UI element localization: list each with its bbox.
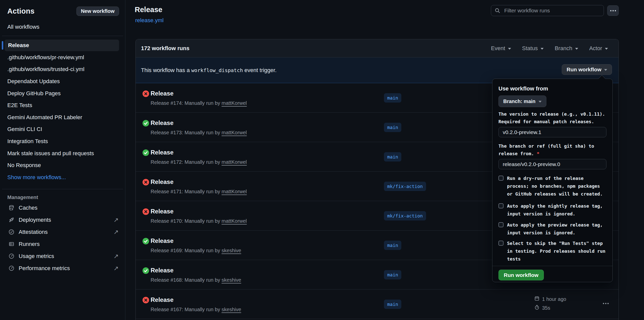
actor-link[interactable]: mattKorwel (221, 189, 247, 194)
failure-icon (143, 208, 149, 215)
kebab-icon (612, 10, 614, 11)
new-workflow-button[interactable]: New workflow (76, 7, 119, 16)
runs-list-header: 172 workflow runs EventStatusBranchActor (136, 39, 619, 57)
checkbox-input[interactable] (498, 241, 503, 246)
sidebar-header: Actions New workflow (0, 0, 125, 16)
run-title-link[interactable]: Release (151, 237, 174, 244)
run-title-link[interactable]: Release (151, 296, 174, 303)
sidebar-item-runners[interactable]: Runners (0, 238, 125, 250)
checkbox-row-0: Run a dry-run of the release process; no… (498, 174, 606, 198)
filter-wrap (491, 5, 604, 16)
sidebar-item-integration-tests[interactable]: Integration Tests (0, 135, 125, 147)
sidebar-item-e2e-tests[interactable]: E2E Tests (0, 99, 125, 111)
filter-label: Event (491, 45, 505, 52)
filter-dropdown-actor[interactable]: Actor (589, 45, 608, 52)
sidebar-item-gemini-cli-ci[interactable]: Gemini CLI CI (0, 123, 125, 136)
run-title-link[interactable]: Release (151, 149, 174, 156)
external-link-icon: ↗ (114, 265, 119, 271)
sidebar-item-label: Usage metrics (19, 253, 54, 260)
branch-badge[interactable]: main (384, 123, 401, 132)
sidebar-item-caches[interactable]: Caches (0, 202, 125, 214)
actor-link[interactable]: mattKorwel (221, 130, 247, 135)
panel-inner: Use workflow from Branch: main The versi… (492, 79, 612, 282)
sidebar-item-label: Deployments (19, 217, 51, 223)
kebab-icon (605, 303, 606, 304)
external-link-icon: ↗ (114, 253, 119, 259)
sidebar-item-deploy-github-pages[interactable]: Deploy GitHub Pages (0, 87, 125, 100)
branch-selector-button[interactable]: Branch: main (498, 95, 546, 107)
chevron-down-icon (604, 69, 607, 71)
success-icon (143, 120, 149, 126)
run-description: Release #170: Manually run by mattKorwel (151, 218, 247, 224)
filter-label: Status (522, 45, 538, 52)
run-time-label: 1 hour ago (542, 296, 566, 302)
filter-dropdown-status[interactable]: Status (522, 45, 544, 52)
run-title-link[interactable]: Release (151, 119, 174, 126)
run-title-link[interactable]: Release (151, 208, 174, 215)
run-title-link[interactable]: Release (151, 178, 174, 185)
sidebar-item-performance-metrics[interactable]: Performance metrics↗ (0, 262, 125, 274)
filter-dropdown-event[interactable]: Event (491, 45, 511, 52)
run-title-link[interactable]: Release (151, 267, 174, 274)
run-start-time: 1 hour ago (534, 296, 566, 302)
runs-count: 172 workflow runs (141, 45, 189, 52)
run-meta: 1 hour ago35s (534, 296, 566, 311)
workflow-options-kebab-button[interactable] (607, 5, 619, 16)
sidebar-item-attestations[interactable]: Attestations↗ (0, 226, 125, 238)
calendar-icon (534, 296, 540, 302)
sidebar-title: Actions (7, 7, 35, 15)
branch-badge[interactable]: mk/fix-action (384, 182, 426, 191)
failure-icon (143, 179, 149, 185)
external-link-icon: ↗ (114, 229, 119, 235)
actions-page: Actions New workflow All workflows Relea… (0, 0, 644, 320)
success-icon (143, 149, 149, 156)
workflow-file-link[interactable]: release.yml (135, 17, 163, 24)
sidebar-item-dependabot-updates[interactable]: Dependabot Updates (0, 75, 125, 87)
branch-badge[interactable]: main (384, 241, 401, 250)
runs-filters: EventStatusBranchActor (491, 45, 608, 52)
field-input-1[interactable] (498, 159, 606, 169)
actor-link[interactable]: skeshive (221, 248, 241, 253)
sidebar-item-label: Performance metrics (19, 265, 70, 272)
run-title-link[interactable]: Release (151, 90, 174, 97)
run-workflow-submit-button[interactable]: Run workflow (498, 270, 544, 280)
sidebar-item-usage-metrics[interactable]: Usage metrics↗ (0, 250, 125, 262)
rocket-icon (8, 217, 14, 223)
actor-link[interactable]: skeshive (221, 307, 241, 312)
success-icon (143, 238, 149, 244)
filter-dropdown-branch[interactable]: Branch (555, 45, 578, 52)
sidebar-item-github-workflows-trusted-ci-yml[interactable]: .github/workflows/trusted-ci.yml (0, 63, 125, 76)
field-input-0[interactable] (498, 127, 606, 137)
branch-badge[interactable]: mk/fix-action (384, 211, 426, 220)
sidebar-show-more-link[interactable]: Show more workflows... (0, 171, 125, 183)
checkbox-input[interactable] (498, 176, 503, 181)
actor-link[interactable]: skeshive (221, 277, 241, 283)
sidebar-item-github-workflows-pr-review-yml[interactable]: .github/workflows/pr-review.yml (0, 51, 125, 63)
panel-divider (492, 266, 612, 266)
run-duration: 35s (534, 305, 566, 311)
sidebar-item-mark-stale-issues-and-pull-requests[interactable]: Mark stale issues and pull requests (0, 147, 125, 159)
branch-badge[interactable]: main (384, 300, 401, 309)
run-description: Release #172: Manually run by mattKorwel (151, 159, 247, 165)
run-workflow-panel: Use workflow from Branch: main The versi… (492, 79, 613, 282)
meter-icon (8, 253, 14, 259)
actor-link[interactable]: mattKorwel (221, 218, 247, 224)
run-workflow-dropdown-button[interactable]: Run workflow (562, 64, 612, 75)
checkbox-input[interactable] (498, 222, 503, 227)
sidebar-item-gemini-automated-pr-labeler[interactable]: Gemini Automated PR Labeler (0, 111, 125, 123)
chevron-down-icon (508, 48, 511, 50)
branch-badge[interactable]: main (384, 270, 401, 279)
sidebar-item-deployments[interactable]: Deployments↗ (0, 214, 125, 226)
checkbox-input[interactable] (498, 203, 503, 208)
run-options-kebab-button[interactable] (601, 300, 610, 307)
actor-link[interactable]: mattKorwel (221, 100, 247, 106)
sidebar-item-all-workflows[interactable]: All workflows (7, 24, 125, 30)
filter-workflow-runs-input[interactable] (491, 5, 604, 16)
branch-badge[interactable]: main (384, 152, 401, 162)
sidebar-item-no-response[interactable]: No Response (0, 159, 125, 171)
filter-label: Actor (589, 45, 602, 52)
banner-text: This workflow has a workflow_dispatch ev… (141, 67, 276, 74)
sidebar-item-release[interactable]: Release (5, 40, 119, 51)
actor-link[interactable]: mattKorwel (221, 159, 247, 165)
branch-badge[interactable]: main (384, 93, 401, 103)
